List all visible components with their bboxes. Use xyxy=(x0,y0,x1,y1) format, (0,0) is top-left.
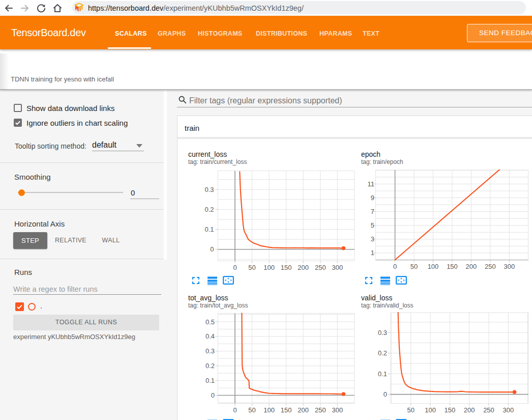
svg-text:50: 50 xyxy=(410,263,418,270)
svg-text:200: 200 xyxy=(298,264,309,271)
svg-text:0.1: 0.1 xyxy=(204,226,214,233)
svg-text:200: 200 xyxy=(466,263,477,270)
svg-text:200: 200 xyxy=(464,406,475,414)
svg-text:3: 3 xyxy=(371,235,374,243)
svg-text:0: 0 xyxy=(383,390,387,398)
svg-text:300: 300 xyxy=(503,406,514,414)
svg-text:100: 100 xyxy=(263,264,275,271)
svg-text:100: 100 xyxy=(263,406,275,414)
svg-text:0.2: 0.2 xyxy=(378,349,387,357)
svg-text:300: 300 xyxy=(332,264,343,271)
svg-text:250: 250 xyxy=(315,264,326,271)
svg-text:0.4: 0.4 xyxy=(205,332,215,340)
svg-text:200: 200 xyxy=(298,406,309,414)
svg-text:0.1: 0.1 xyxy=(205,377,215,384)
svg-text:250: 250 xyxy=(485,263,496,270)
svg-text:50: 50 xyxy=(248,406,255,414)
svg-text:0.2: 0.2 xyxy=(204,206,214,213)
svg-text:100: 100 xyxy=(428,263,439,270)
svg-text:150: 150 xyxy=(281,406,292,414)
svg-text:0: 0 xyxy=(210,245,214,253)
svg-text:11: 11 xyxy=(368,180,375,188)
svg-text:150: 150 xyxy=(445,406,456,414)
svg-text:100: 100 xyxy=(425,406,436,414)
svg-text:50: 50 xyxy=(248,264,255,271)
svg-text:150: 150 xyxy=(447,263,458,270)
svg-text:0: 0 xyxy=(233,264,237,271)
svg-text:0: 0 xyxy=(211,391,215,399)
svg-text:300: 300 xyxy=(504,263,515,270)
svg-text:50: 50 xyxy=(407,406,415,414)
svg-text:0.1: 0.1 xyxy=(378,370,387,378)
svg-text:0: 0 xyxy=(393,263,397,270)
svg-text:0.2: 0.2 xyxy=(205,362,215,370)
svg-text:0: 0 xyxy=(233,406,237,414)
svg-text:300: 300 xyxy=(332,406,343,414)
svg-text:150: 150 xyxy=(281,264,292,271)
svg-text:1: 1 xyxy=(371,249,374,257)
svg-text:0.3: 0.3 xyxy=(204,186,214,193)
svg-text:0.5: 0.5 xyxy=(205,318,215,326)
svg-text:9: 9 xyxy=(371,194,374,202)
svg-text:5: 5 xyxy=(371,221,374,229)
svg-text:250: 250 xyxy=(483,406,494,414)
svg-text:0.3: 0.3 xyxy=(205,347,215,355)
svg-text:0.3: 0.3 xyxy=(378,329,387,337)
svg-text:250: 250 xyxy=(315,406,326,414)
svg-text:7: 7 xyxy=(371,208,374,215)
